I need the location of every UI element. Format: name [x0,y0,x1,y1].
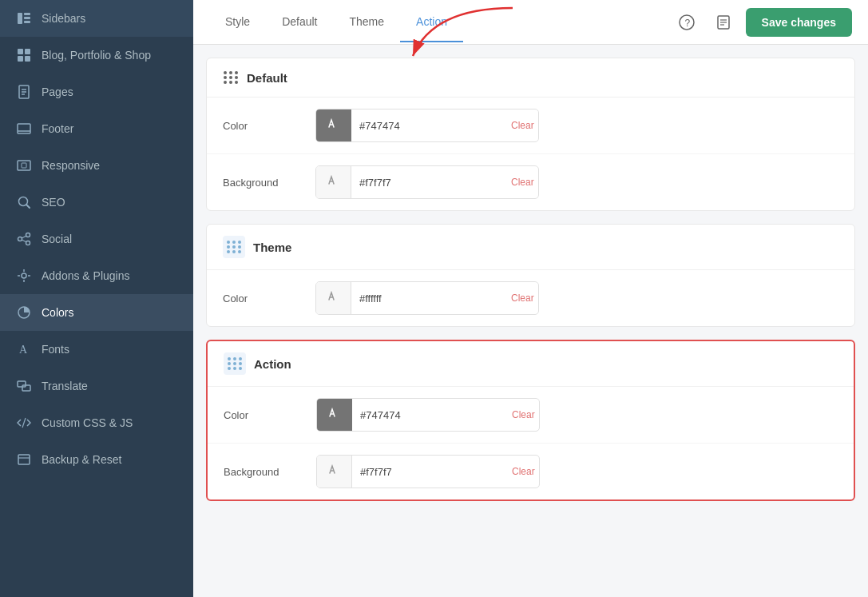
action-bg-input: Clear [316,455,540,488]
action-bg-row: Background Clear [208,444,854,499]
drag-handle-default[interactable] [223,70,239,86]
save-changes-button[interactable]: Save changes [746,8,852,37]
sidebar-item-label: Colors [42,306,73,319]
action-bg-clear[interactable]: Clear [502,456,540,488]
theme-section-title: Theme [253,241,291,254]
sidebar-item-blog[interactable]: Blog, Portfolio & Shop [0,37,193,74]
action-color-swatch[interactable] [317,399,352,431]
svg-rect-1 [24,13,30,15]
drag-handle-theme[interactable] [223,236,245,258]
default-color-value[interactable] [351,120,501,132]
svg-line-32 [22,418,26,428]
action-color-value[interactable] [352,409,502,421]
sidebar-item-social[interactable]: Social [0,221,193,257]
default-bg-swatch[interactable] [316,166,351,198]
svg-line-17 [26,205,30,208]
theme-color-clear[interactable]: Clear [501,282,539,314]
tabs: Style Default Theme Action [209,2,672,42]
default-bg-row: Background Clear [207,154,854,210]
main-area: Style Default Theme Action ? Save change… [193,0,868,597]
default-color-clear[interactable]: Clear [501,109,539,141]
swatch-icon [327,289,341,307]
sidebar-item-label: Blog, Portfolio & Shop [42,49,151,62]
svg-rect-12 [18,124,30,133]
background-label: Background [224,466,303,478]
action-color-input: Clear [316,398,540,432]
sidebar-item-footer[interactable]: Footer [0,110,193,147]
svg-rect-5 [25,49,30,54]
default-section-header: Default [207,58,854,98]
tab-action[interactable]: Action [400,2,463,42]
swatch-icon [327,406,342,424]
sidebar-item-seo[interactable]: SEO [0,184,193,221]
tab-theme[interactable]: Theme [333,2,400,42]
backup-icon [16,452,32,468]
translate-icon [16,378,32,394]
theme-section-header: Theme [207,225,854,270]
swatch-icon [327,463,342,480]
notes-button[interactable] [709,8,738,37]
action-color-row: Color Clear [208,387,854,444]
action-color-clear[interactable]: Clear [502,399,540,431]
sidebar-item-label: Social [42,233,72,245]
sidebar-item-pages[interactable]: Pages [0,74,193,110]
sidebar-item-addons[interactable]: Addons & Plugins [0,257,193,294]
svg-point-23 [22,273,26,278]
action-bg-swatch[interactable] [317,456,352,488]
sidebar-item-colors[interactable]: Colors [0,294,193,331]
sidebar-item-label: Responsive [42,159,100,172]
svg-rect-0 [18,13,22,24]
grid-icon [16,47,32,63]
sidebar-item-label: Footer [42,122,73,135]
svg-rect-30 [18,381,26,387]
drag-handle-action[interactable] [224,352,246,375]
svg-line-22 [22,240,26,242]
action-bg-value[interactable] [352,466,502,478]
theme-color-swatch[interactable] [316,282,351,314]
pages-icon [16,84,32,100]
svg-point-18 [26,233,30,237]
default-bg-value[interactable] [351,177,501,189]
color-label: Color [223,293,303,304]
footer-icon [16,121,32,137]
svg-rect-4 [18,49,23,54]
sidebar-item-responsive[interactable]: Responsive [0,147,193,184]
sidebar-item-sidebars[interactable]: Sidebars [0,0,193,37]
svg-line-21 [22,236,26,238]
color-label: Color [224,409,303,421]
default-section: Default Color Clear Background [206,58,855,211]
action-section: Action Color Clear Background [206,340,855,501]
tab-style[interactable]: Style [209,2,266,42]
topbar-actions: ? Save changes [672,8,852,37]
sidebar-item-custom-css[interactable]: Custom CSS & JS [0,404,193,441]
help-button[interactable]: ? [672,8,701,37]
sidebar-item-translate[interactable]: Translate [0,368,193,404]
sidebar-item-fonts[interactable]: A Fonts [0,331,193,368]
theme-section: Theme Color Clear [206,224,855,327]
fonts-icon: A [16,341,32,357]
sidebar-item-label: SEO [42,196,65,209]
svg-text:?: ? [684,18,690,29]
sidebar-item-label: Sidebars [42,12,85,25]
sidebar: Sidebars Blog, Portfolio & Shop Pages Fo… [0,0,193,597]
topbar: Style Default Theme Action ? Save change… [193,0,868,45]
svg-rect-31 [22,385,30,391]
background-label: Background [223,177,303,189]
action-section-header: Action [208,341,854,387]
default-bg-clear[interactable]: Clear [501,166,539,198]
tab-default[interactable]: Default [266,2,333,42]
theme-color-value[interactable] [351,293,501,304]
swatch-icon [327,173,341,191]
svg-rect-3 [24,21,30,23]
default-color-swatch[interactable] [316,109,351,141]
svg-rect-2 [24,17,30,19]
addons-icon [16,268,32,284]
svg-text:A: A [19,344,28,356]
svg-point-19 [18,237,22,241]
sidebar-item-backup[interactable]: Backup & Reset [0,441,193,478]
default-section-title: Default [247,71,287,85]
theme-color-row: Color Clear [207,270,854,326]
seo-icon [16,194,32,210]
sidebar-item-label: Backup & Reset [42,453,121,466]
responsive-icon [16,157,32,173]
